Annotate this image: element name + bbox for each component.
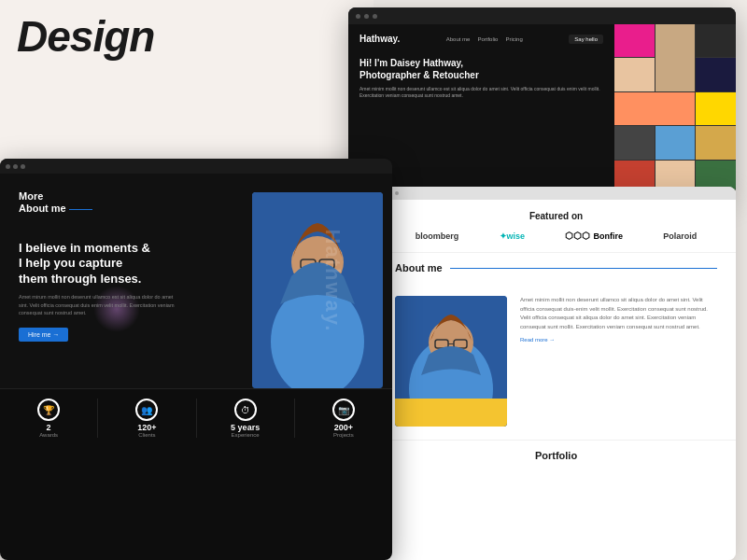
projects-icon: 📷 (332, 399, 355, 421)
top-nav: Hathway. About me Portfolio Pricing Say … (359, 34, 603, 44)
wise-logo: ✦wise (500, 231, 526, 241)
about-section-title: About me (395, 262, 443, 273)
awards-icon: 🏆 (37, 399, 60, 421)
projects-number: 200+ (295, 423, 392, 432)
stat-experience: ⏱ 5 years Experience (197, 399, 295, 438)
main-hero-section: MoreAbout me I believe in moments &I hel… (0, 174, 392, 388)
bonfire-logo: ⬡⬡⬡ Bonfire (565, 231, 623, 241)
top-nav-links: About me Portfolio Pricing (446, 36, 523, 42)
main-dot-1 (6, 164, 10, 169)
top-photo-grid (614, 24, 736, 194)
about-title-row: About me (376, 253, 736, 273)
projects-label: Projects (295, 432, 392, 438)
experience-icon: ⏱ (234, 399, 257, 421)
grid-cell-1 (614, 24, 655, 57)
svg-rect-17 (395, 399, 507, 427)
grid-cell-6 (614, 92, 695, 125)
grid-cell-10 (696, 126, 736, 159)
read-more-link[interactable]: Read more → (520, 337, 717, 343)
featured-title: Featured on (395, 211, 717, 221)
about-text-content: Amet minim mollit non deserunt ullamco s… (520, 296, 717, 427)
main-hero-text: Amet mirum mollit non deserunt ullamco e… (19, 293, 182, 316)
main-hero-title: I believe in moments &I help you capture… (19, 241, 182, 288)
main-dot-3 (21, 164, 25, 169)
polaroid-logo: Polaroid (663, 231, 697, 241)
main-browser-bar (0, 159, 392, 174)
browser-dot-1 (356, 14, 360, 19)
awards-label: Awards (0, 432, 97, 438)
main-dot-2 (13, 164, 18, 169)
clients-number: 120+ (98, 423, 195, 432)
grid-cell-9 (655, 126, 696, 159)
grid-cell-7 (696, 92, 736, 125)
clients-label: Clients (98, 432, 195, 438)
bonfire-text: Bonfire (593, 231, 623, 241)
grid-cell-3 (696, 24, 736, 57)
awards-number: 2 (0, 423, 97, 432)
nav-pricing: Pricing (505, 36, 522, 42)
grid-cell-4 (614, 58, 655, 91)
about-title-line (450, 268, 717, 269)
grid-cell-2 (655, 24, 696, 91)
browser-bar-top (348, 7, 736, 24)
about-photo (395, 296, 507, 427)
right-browser-mockup: Featured on bloomberg ✦wise ⬡⬡⬡ Bonfire … (376, 187, 736, 560)
say-hello-button[interactable]: Say hello (569, 35, 603, 44)
right-dot-3 (395, 191, 399, 195)
more-about-label: MoreAbout me (19, 190, 92, 215)
main-browser-content: MoreAbout me I believe in moments &I hel… (0, 174, 392, 560)
stat-clients: 👥 120+ Clients (98, 399, 196, 438)
hathway-watermark: Hathway. (321, 230, 345, 333)
person-photo (252, 192, 383, 388)
page-title: Design (17, 11, 154, 62)
featured-logos: bloomberg ✦wise ⬡⬡⬡ Bonfire Polaroid (395, 231, 717, 241)
top-hero-text: Amet minim mollit non deserunt ullamco e… (359, 86, 603, 99)
right-browser-content: Featured on bloomberg ✦wise ⬡⬡⬡ Bonfire … (376, 200, 736, 560)
experience-label: Experience (197, 432, 294, 438)
featured-section: Featured on bloomberg ✦wise ⬡⬡⬡ Bonfire … (376, 200, 736, 253)
grid-cell-8 (614, 126, 655, 159)
stats-bar: 🏆 2 Awards 👥 120+ Clients ⏱ 5 years Expe… (0, 388, 392, 447)
clients-icon: 👥 (135, 399, 158, 421)
browser-dot-2 (364, 14, 369, 19)
about-section: Amet minim mollit non deserunt ullamco s… (376, 283, 736, 440)
bloomberg-logo: bloomberg (416, 231, 459, 241)
top-hero-title: Hi! I'm Daisey Hathway,Photographer & Re… (359, 57, 603, 81)
portfolio-title: Portfolio (395, 450, 717, 461)
nav-about: About me (446, 36, 471, 42)
main-browser-mockup: MoreAbout me I believe in moments &I hel… (0, 159, 392, 560)
grid-cell-5 (696, 58, 736, 91)
hire-me-button[interactable]: Hire me → (19, 328, 68, 342)
bonfire-icon: ⬡⬡⬡ (565, 231, 590, 241)
right-browser-bar (376, 187, 736, 200)
top-logo: Hathway. (359, 34, 400, 44)
portfolio-section: Portfolio (376, 440, 736, 470)
browser-dot-3 (373, 14, 377, 19)
stat-awards: 🏆 2 Awards (0, 399, 98, 438)
about-description: Amet minim mollit non deserunt ullamco s… (520, 296, 717, 331)
stat-projects: 📷 200+ Projects (295, 399, 392, 438)
top-browser-mockup: Hathway. About me Portfolio Pricing Say … (348, 7, 736, 194)
nav-portfolio: Portfolio (477, 36, 498, 42)
experience-number: 5 years (197, 423, 294, 432)
top-browser-content: Hathway. About me Portfolio Pricing Say … (348, 24, 736, 194)
